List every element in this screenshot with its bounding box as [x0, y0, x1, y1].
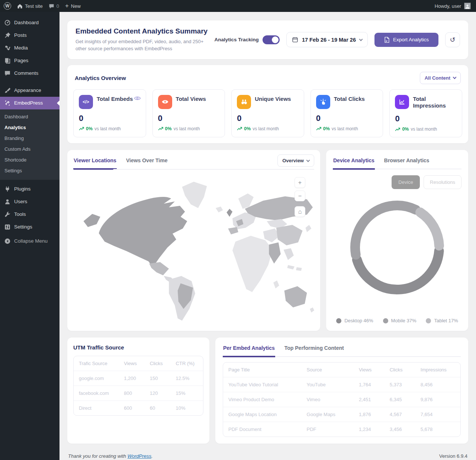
- world-map[interactable]: [73, 172, 314, 324]
- admin-bar-comments[interactable]: 0: [49, 3, 59, 9]
- pdf-file-icon: [384, 37, 390, 43]
- table-row: Vimeo Product DemoVimeo2,4516,3459,876: [223, 392, 460, 407]
- site-name: Test site: [25, 3, 43, 9]
- submenu-item-shortcode[interactable]: Shortcode: [0, 154, 60, 165]
- pages-icon: [4, 57, 11, 64]
- stat-card-total-impressions: Total Impressions 0 0% vs last month: [389, 89, 462, 138]
- trend-up-icon: [395, 127, 400, 131]
- admin-footer: Thank you for creating with WordPress. V…: [67, 444, 468, 460]
- eye-outline-icon[interactable]: [134, 96, 141, 102]
- utm-header: Trafic Source: [74, 356, 119, 371]
- sidebar-item-dashboard[interactable]: Dashboard: [0, 16, 60, 29]
- tracking-label: Analytics Tracking: [215, 37, 259, 42]
- submenu-item-branding[interactable]: Branding: [0, 133, 60, 144]
- media-icon: [4, 45, 11, 51]
- sidebar: Dashboard Posts Media Pages Comments App…: [0, 12, 60, 460]
- code-icon: </>: [79, 95, 93, 109]
- sidebar-item-users[interactable]: Users: [0, 195, 60, 208]
- table-row: PDF DocumentPDF1,2343,4565,678: [223, 422, 460, 437]
- table-row: Google Maps LocationGoogle Maps1,8764,56…: [223, 407, 460, 422]
- tab-top-performing-content[interactable]: Top Performing Content: [284, 344, 344, 356]
- donut-segment-tablet: [420, 213, 439, 246]
- tab-viewer-locations[interactable]: Viewer Locations: [73, 157, 117, 170]
- device-button[interactable]: Device: [392, 175, 420, 189]
- stat-value: 0: [237, 114, 299, 123]
- embed-header: Views: [354, 362, 385, 377]
- sidebar-item-appearance[interactable]: Appearance: [0, 84, 60, 97]
- trend-up-icon: [158, 127, 163, 131]
- all-content-dropdown[interactable]: All Content: [420, 72, 461, 84]
- tab-device-analytics[interactable]: Device Analytics: [333, 157, 375, 170]
- legend-dot-tablet: [426, 318, 431, 323]
- stat-change-note: vs last month: [332, 126, 358, 131]
- analytics-tracking-toggle[interactable]: [263, 35, 280, 44]
- comment-bubble-icon: [49, 3, 54, 9]
- sidebar-label: Plugins: [14, 186, 30, 192]
- tab-views-over-time[interactable]: Views Over Time: [126, 157, 168, 169]
- submenu-item-analytics[interactable]: Analytics: [0, 122, 60, 133]
- map-zoom-in-button[interactable]: +: [295, 177, 305, 188]
- submenu-item-custom-ads[interactable]: Custom Ads: [0, 144, 60, 154]
- wordpress-link[interactable]: WordPress: [128, 453, 151, 459]
- submenu-item-settings[interactable]: Settings: [0, 165, 60, 176]
- map-home-button[interactable]: ⌂: [295, 206, 305, 217]
- overview-dropdown-label: Overview: [282, 158, 304, 163]
- stat-change: 0%: [165, 126, 172, 131]
- tab-per-embed-analytics[interactable]: Per Embed Analytics: [223, 344, 275, 357]
- chevron-down-icon: [306, 158, 310, 162]
- admin-bar-new[interactable]: + New: [65, 2, 81, 10]
- sidebar-label: Tools: [14, 211, 26, 217]
- per-embed-analytics-card: Per Embed Analytics Top Performing Conte…: [215, 338, 468, 444]
- sidebar-item-pages[interactable]: Pages: [0, 54, 60, 67]
- map-zoom-out-button[interactable]: −: [295, 191, 305, 201]
- eye-icon: [158, 95, 172, 109]
- footer-version: Version 6.9.4: [439, 453, 467, 459]
- date-range-picker[interactable]: 17 Feb 26 - 19 Mar 26: [286, 32, 368, 47]
- per-embed-table: Page Title Source Views Clicks Impressio…: [223, 362, 460, 437]
- stat-title: Total Clicks: [334, 95, 365, 103]
- page-subtitle: Get insights of your embedded PDF, video…: [75, 38, 208, 52]
- sidebar-label: Appearance: [14, 87, 41, 93]
- sidebar-item-plugins[interactable]: Plugins: [0, 183, 60, 195]
- utm-title: UTM Traffic Source: [73, 344, 203, 351]
- embedpress-logo-icon: [4, 100, 11, 106]
- wrench-icon: [4, 211, 11, 218]
- admin-bar-account[interactable]: Howdy, user: [435, 3, 471, 9]
- sidebar-label: Users: [14, 199, 27, 205]
- sidebar-item-posts[interactable]: Posts: [0, 29, 60, 42]
- stat-value: 0: [316, 114, 378, 123]
- stat-card-total-embeds: </> Total Embeds 0 0% vs last month: [73, 89, 146, 138]
- footer-thanks: Thank you for creating with WordPress.: [68, 453, 153, 459]
- chevron-down-icon: [453, 76, 457, 79]
- stat-change-note: vs last month: [253, 126, 279, 131]
- chevron-down-icon: [359, 37, 363, 41]
- home-icon: [17, 3, 23, 9]
- viewer-locations-card: Viewer Locations Views Over Time Overvie…: [67, 150, 320, 331]
- admin-bar-site[interactable]: Test site: [17, 3, 43, 9]
- collapse-label: Collapse Menu: [14, 238, 48, 244]
- submenu-item-dashboard[interactable]: Dashboard: [0, 111, 60, 122]
- comment-count: 0: [57, 3, 59, 9]
- trend-up-icon: [237, 127, 242, 131]
- tab-browser-analytics[interactable]: Browser Analytics: [384, 157, 430, 169]
- embed-header: Page Title: [223, 362, 302, 377]
- sidebar-item-embedpress[interactable]: EmbedPress: [0, 97, 60, 109]
- overview-dropdown[interactable]: Overview: [277, 154, 314, 167]
- resolutions-button[interactable]: Resolutions: [424, 175, 461, 189]
- sidebar-item-media[interactable]: Media: [0, 42, 60, 54]
- wordpress-logo-icon[interactable]: W: [4, 2, 11, 10]
- sidebar-item-settings[interactable]: Settings: [0, 221, 60, 233]
- utm-header: Clicks: [145, 356, 171, 371]
- table-row: google.com1,20015012.5%: [74, 371, 203, 386]
- legend-dot-mobile: [383, 318, 388, 323]
- refresh-button[interactable]: ↺: [445, 32, 460, 47]
- device-donut-chart: [345, 196, 449, 299]
- sidebar-item-comments[interactable]: Comments: [0, 67, 60, 80]
- stat-change: 0%: [323, 126, 330, 131]
- new-label: New: [71, 3, 81, 9]
- sidebar-collapse-menu[interactable]: Collapse Menu: [0, 235, 60, 247]
- calendar-icon: [292, 36, 298, 43]
- table-row: facebook.com80012015%: [74, 386, 203, 401]
- export-analytics-button[interactable]: Export Analytics: [374, 33, 438, 47]
- sidebar-item-tools[interactable]: Tools: [0, 208, 60, 221]
